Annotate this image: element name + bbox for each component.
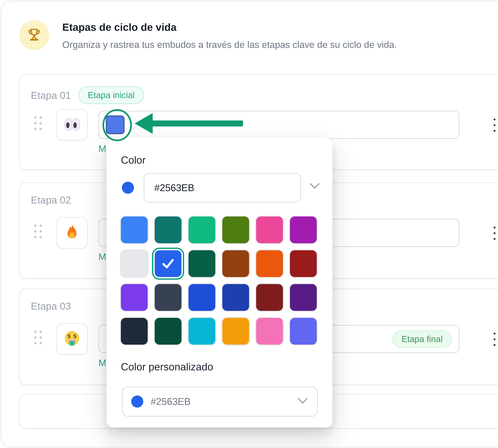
- color-swatch[interactable]: [189, 250, 215, 277]
- trophy-icon: [27, 27, 42, 44]
- color-swatch[interactable]: [189, 318, 215, 345]
- custom-color-input[interactable]: #2563EB: [122, 386, 318, 417]
- selected-color-dot: [122, 182, 134, 194]
- check-icon: [161, 258, 175, 269]
- stage-2-label: Etapa 02: [31, 194, 71, 206]
- stage-3-more-link-truncated[interactable]: M: [99, 358, 106, 368]
- color-swatch[interactable]: [256, 250, 283, 277]
- svg-text:$: $: [67, 333, 71, 339]
- money-mouth-emoji-icon: $ $ $: [64, 330, 80, 348]
- drag-handle-icon[interactable]: [34, 331, 42, 344]
- color-swatch[interactable]: [121, 216, 148, 243]
- color-swatch[interactable]: [290, 250, 317, 277]
- stage-2-more-link-truncated[interactable]: M: [99, 252, 106, 262]
- svg-text:$: $: [71, 341, 73, 345]
- hex-color-input[interactable]: [144, 173, 301, 202]
- color-swatch[interactable]: [189, 284, 215, 311]
- custom-color-section-label: Color personalizado: [121, 361, 213, 373]
- page-subtitle: Organiza y rastrea tus embudos a través …: [62, 40, 397, 50]
- custom-color-dot: [131, 396, 143, 408]
- color-swatch[interactable]: [189, 216, 215, 243]
- stage-2-emoji-button[interactable]: [56, 217, 88, 249]
- color-swatch[interactable]: [290, 284, 317, 311]
- stage-2-menu-kebab-icon[interactable]: [488, 224, 498, 242]
- color-swatch[interactable]: [222, 250, 249, 277]
- fire-emoji-icon: [64, 224, 80, 242]
- stage-1-color-swatch-button[interactable]: [106, 115, 125, 134]
- stage-1-label: Etapa 01: [31, 90, 71, 101]
- stage-1-menu-kebab-icon[interactable]: [488, 116, 498, 134]
- color-swatch[interactable]: [222, 318, 249, 345]
- color-swatch[interactable]: [256, 318, 283, 345]
- page-title: Etapas de ciclo de vida: [62, 21, 177, 33]
- drag-handle-icon[interactable]: [34, 116, 42, 130]
- color-grid: [121, 216, 317, 345]
- lifecycle-section-icon: [19, 20, 49, 50]
- stage-3-label: Etapa 03: [31, 301, 71, 312]
- chevron-down-icon[interactable]: [297, 397, 308, 406]
- stage-1-name-input[interactable]: [99, 111, 459, 139]
- color-swatch[interactable]: [155, 318, 182, 345]
- stage-3-final-badge: Etapa final: [392, 330, 452, 348]
- color-swatch[interactable]: [155, 284, 182, 311]
- chevron-down-icon[interactable]: [309, 182, 320, 191]
- color-swatch-selected[interactable]: [155, 250, 182, 277]
- color-swatch[interactable]: [222, 216, 249, 243]
- color-swatch[interactable]: [256, 284, 283, 311]
- color-swatch[interactable]: [121, 318, 148, 345]
- color-swatch[interactable]: [222, 284, 249, 311]
- stage-3-menu-kebab-icon[interactable]: [488, 330, 498, 349]
- color-swatch[interactable]: [290, 318, 317, 345]
- eyes-emoji-icon: [63, 117, 81, 133]
- stage-1-initial-badge: Etapa inicial: [78, 86, 144, 104]
- color-swatch[interactable]: [121, 250, 148, 277]
- color-swatch[interactable]: [256, 216, 283, 243]
- stage-1-more-link-truncated[interactable]: M: [99, 144, 106, 154]
- svg-text:$: $: [73, 333, 77, 339]
- color-section-label: Color: [121, 154, 146, 166]
- color-swatch[interactable]: [290, 216, 317, 243]
- color-swatch[interactable]: [155, 216, 182, 243]
- stage-3-emoji-button[interactable]: $ $ $: [56, 323, 88, 355]
- color-swatch[interactable]: [121, 284, 148, 311]
- color-picker-popup: Color Color personalizado #2563EB: [106, 137, 332, 428]
- drag-handle-icon[interactable]: [34, 224, 42, 238]
- custom-hex-value: #2563EB: [151, 396, 290, 407]
- stage-1-emoji-button[interactable]: [56, 109, 88, 141]
